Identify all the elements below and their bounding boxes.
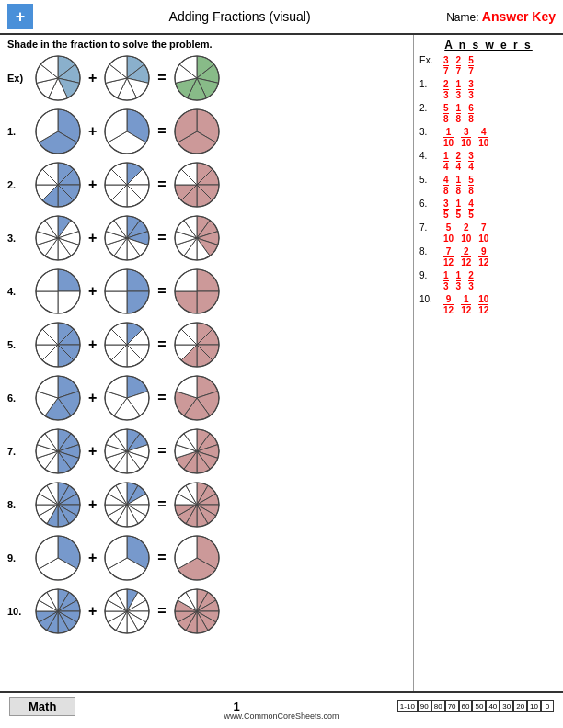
frac1: 9 12 (443, 294, 454, 315)
answer-label: 5. (419, 175, 440, 185)
problem-label: 9. (7, 552, 33, 563)
frac-sum: 3 3 (468, 79, 474, 100)
answer-row: 6. 3 5 1 5 4 5 (419, 199, 557, 220)
problem-row: 8. + = (7, 480, 406, 529)
frac2: 1 3 (456, 270, 462, 291)
pie-chart (33, 53, 83, 103)
score-label: 70 (445, 700, 459, 712)
answer-row: 10. 9 12 1 12 10 12 (419, 294, 557, 315)
pie-chart (172, 160, 222, 210)
problem-row: Ex) + = (7, 53, 406, 103)
answer-label: 2. (419, 103, 440, 113)
frac1: 3 7 (443, 55, 449, 76)
left-panel: Shade in the fraction to solve the probl… (0, 35, 414, 691)
fraction-circles: + = (33, 213, 222, 263)
fraction-circles: + = (33, 107, 222, 156)
equals-sign: = (155, 70, 167, 86)
answer-row: 4. 1 4 2 4 3 4 (419, 151, 557, 172)
equals-sign: = (155, 230, 167, 246)
pie-chart (33, 427, 83, 476)
problem-label: 10. (7, 606, 33, 617)
answer-label: Ex. (419, 55, 440, 65)
problem-row: 3. + = (7, 213, 406, 263)
score-label: 40 (486, 700, 500, 712)
page-header: + Adding Fractions (visual) Name: Answer… (0, 0, 563, 35)
answer-label: 6. (419, 199, 440, 209)
score-label: 0 (541, 700, 554, 712)
logo: + (7, 4, 33, 29)
math-label: Math (9, 697, 75, 716)
problem-label: 2. (7, 179, 33, 190)
answer-label: 9. (419, 270, 440, 280)
problems-container: Ex) + = 1. + = 2. + = 3. + (7, 53, 406, 636)
plus-sign: + (86, 390, 98, 406)
plus-sign: + (86, 550, 98, 566)
pie-chart (172, 213, 222, 263)
plus-sign: + (86, 70, 98, 86)
frac-sum: 4 5 (468, 199, 474, 220)
frac1: 3 5 (443, 199, 449, 220)
instructions: Shade in the fraction to solve the probl… (7, 39, 406, 50)
equals-sign: = (155, 283, 167, 300)
answer-row: 5. 4 8 1 8 5 8 (419, 175, 557, 196)
pie-chart (33, 213, 83, 263)
score-label: 1-10 (397, 700, 418, 712)
score-label: 20 (513, 700, 527, 712)
pie-chart (33, 160, 83, 210)
problem-label: 6. (7, 392, 33, 404)
score-label: 80 (431, 700, 445, 712)
pie-chart (102, 213, 152, 263)
frac-sum: 2 3 (468, 270, 474, 291)
page-title: Adding Fractions (visual) (33, 9, 446, 24)
equals-sign: = (155, 443, 167, 460)
answer-label: 3. (419, 127, 440, 137)
equals-sign: = (155, 123, 167, 140)
frac2: 3 10 (461, 127, 471, 148)
pie-chart (172, 373, 222, 423)
main-content: Shade in the fraction to solve the probl… (0, 35, 563, 691)
pie-chart (102, 53, 152, 103)
pie-chart (172, 533, 222, 583)
frac1: 5 10 (443, 222, 454, 244)
plus-sign: + (86, 230, 98, 246)
frac-sum: 4 10 (478, 127, 488, 148)
answer-label: 10. (419, 294, 440, 304)
equals-sign: = (155, 336, 167, 353)
answer-row: 8. 7 12 2 12 9 12 (419, 246, 557, 267)
plus-sign: + (86, 603, 98, 620)
right-panel: A n s w e r s Ex. 3 7 2 7 5 7 1. 2 3 1 3… (414, 35, 563, 691)
pie-chart (33, 586, 83, 636)
frac2: 2 10 (461, 222, 471, 244)
answer-row: 7. 5 10 2 10 7 10 (419, 222, 557, 244)
problem-label: 7. (7, 446, 33, 457)
pie-chart (172, 480, 222, 529)
frac2: 2 7 (456, 55, 462, 76)
frac1: 1 4 (443, 151, 449, 172)
answer-row: 9. 1 3 1 3 2 3 (419, 270, 557, 291)
problem-label: 8. (7, 499, 33, 510)
pie-chart (172, 267, 222, 316)
frac-sum: 5 8 (468, 175, 474, 196)
frac1: 4 8 (443, 175, 449, 196)
equals-sign: = (155, 390, 167, 406)
pie-chart (102, 427, 152, 476)
frac-sum: 10 12 (478, 294, 488, 315)
answers-title: A n s w e r s (419, 39, 557, 51)
plus-sign: + (86, 123, 98, 140)
pie-chart (33, 267, 83, 316)
problem-label: 3. (7, 233, 33, 244)
pie-chart (33, 533, 83, 583)
plus-sign: + (86, 443, 98, 460)
problem-label: 4. (7, 286, 33, 297)
plus-sign: + (86, 283, 98, 300)
pie-chart (102, 480, 152, 529)
pie-chart (33, 320, 83, 370)
problem-row: 6. + = (7, 373, 406, 423)
pie-chart (172, 320, 222, 370)
problem-label: 5. (7, 339, 33, 350)
frac2: 2 4 (456, 151, 462, 172)
problem-row: 4. + = (7, 267, 406, 316)
pie-chart (102, 267, 152, 316)
name-area: Name: Answer Key (446, 9, 556, 24)
problem-row: 10. + = (7, 586, 406, 636)
